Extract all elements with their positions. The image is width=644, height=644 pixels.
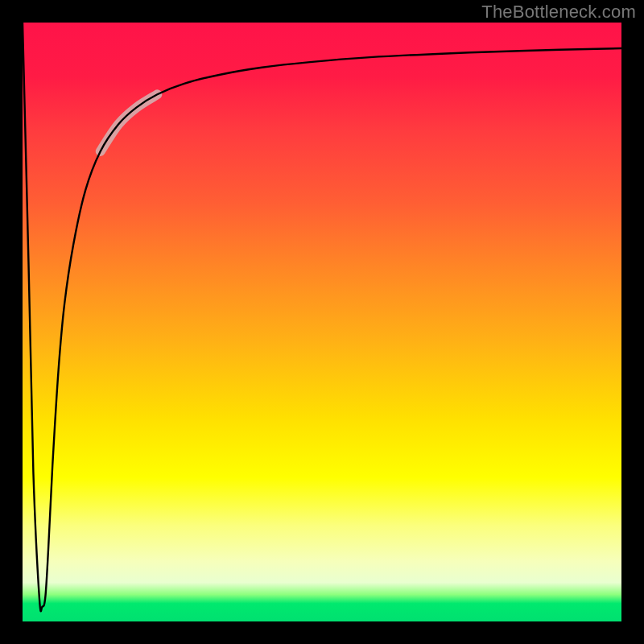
chart-frame: TheBottleneck.com xyxy=(0,0,644,644)
watermark-text: TheBottleneck.com xyxy=(481,2,636,23)
curve-svg xyxy=(23,23,621,621)
bottleneck-curve xyxy=(23,23,621,611)
curve-highlight xyxy=(101,94,158,151)
plot-area xyxy=(23,23,621,621)
